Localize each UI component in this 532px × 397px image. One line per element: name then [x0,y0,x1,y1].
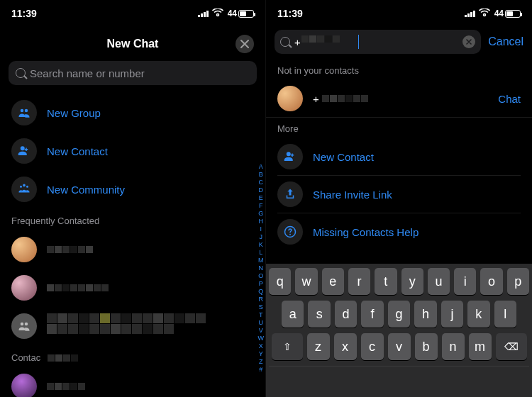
more-share-invite-row[interactable]: Share Invite Link [277,176,521,213]
index-letter[interactable]: U [259,319,264,327]
status-bar: 11:39 44 [266,0,532,21]
index-letter[interactable]: B [259,171,263,179]
clear-search-button[interactable] [462,35,475,48]
index-letter[interactable]: S [259,303,263,311]
index-letter[interactable]: T [259,311,263,319]
svg-rect-2 [204,12,206,17]
key-n[interactable]: n [442,333,465,360]
keyboard-row-3: ⇧zxcvbnm⌫ [269,333,529,360]
search-field[interactable] [275,30,481,54]
alpha-index-strip[interactable]: ABCDEFGHIJKLMNOPQRSTUVWXYZ# [258,163,265,374]
more-missing-help-row[interactable]: Missing Contacts Help [277,213,521,250]
index-letter[interactable]: Y [259,350,263,358]
add-contact-icon [277,144,303,169]
screen-search-number: 11:39 44 Cancel Not in your [266,0,532,397]
index-letter[interactable]: X [259,342,263,350]
index-letter[interactable]: K [259,241,263,249]
key-q[interactable]: q [269,268,291,295]
index-letter[interactable]: D [259,186,264,194]
index-letter[interactable]: Q [258,288,263,296]
index-letter[interactable]: I [260,225,262,233]
contact-name-redacted [47,313,210,334]
avatar [11,374,37,397]
key-w[interactable]: w [295,268,317,295]
index-letter[interactable]: J [260,233,263,241]
key-z[interactable]: z [307,333,330,360]
search-field[interactable] [9,61,257,85]
avatar-group [11,313,37,339]
index-letter[interactable]: H [259,218,264,225]
key-b[interactable]: b [415,333,438,360]
unknown-contact-row[interactable]: + Chat [266,80,532,118]
index-letter[interactable]: C [259,179,264,186]
search-input[interactable] [30,67,250,79]
key-u[interactable]: u [428,268,450,295]
index-letter[interactable]: W [258,335,265,342]
key-i[interactable]: i [454,268,476,295]
contact-row[interactable] [0,230,265,269]
index-letter[interactable]: P [259,280,263,288]
index-letter[interactable]: L [259,249,262,257]
key-t[interactable]: t [375,268,397,295]
index-letter[interactable]: G [258,210,263,218]
key-f[interactable]: f [361,301,383,328]
avatar [11,275,37,301]
more-new-contact-label: New Contact [313,151,374,163]
key-x[interactable]: x [334,333,357,360]
new-community-row[interactable]: New Community [0,170,265,208]
key-m[interactable]: m [469,333,492,360]
key-j[interactable]: j [441,301,463,328]
contact-row[interactable] [0,307,265,345]
group-icon [11,100,37,125]
wifi-icon [212,8,223,19]
contact-row[interactable] [0,367,265,397]
key-s[interactable]: s [308,301,330,328]
new-contact-label: New Contact [47,145,108,157]
status-icons: 44 [198,8,254,19]
status-time: 11:39 [277,8,303,19]
status-time: 11:39 [11,8,37,19]
index-letter[interactable]: E [259,194,263,202]
index-letter[interactable]: R [259,296,264,303]
key-g[interactable]: g [388,301,410,328]
wifi-icon [479,8,490,19]
more-share-invite-label: Share Invite Link [313,189,392,201]
index-letter[interactable]: O [258,272,263,280]
section-not-in-contacts: Not in your contacts [266,60,532,80]
index-letter[interactable]: # [259,366,262,374]
search-icon [16,68,26,78]
key-shift[interactable]: ⇧ [272,333,303,360]
index-letter[interactable]: Z [259,358,263,366]
avatar [11,237,37,262]
new-group-row[interactable]: New Group [0,94,265,132]
more-new-contact-row[interactable]: New Contact [277,138,521,176]
contact-row[interactable] [0,269,265,307]
key-y[interactable]: y [401,268,423,295]
index-letter[interactable]: N [259,264,264,272]
cancel-button[interactable]: Cancel [488,35,523,48]
key-o[interactable]: o [480,268,502,295]
key-h[interactable]: h [414,301,436,328]
chat-button[interactable]: Chat [498,93,521,105]
key-e[interactable]: e [322,268,344,295]
key-c[interactable]: c [361,333,384,360]
key-delete[interactable]: ⌫ [496,333,527,360]
index-letter[interactable]: F [259,202,263,210]
page-title: New Chat [107,38,159,50]
key-p[interactable]: p [507,268,529,295]
key-a[interactable]: a [282,301,304,328]
index-letter[interactable]: M [258,257,264,264]
contact-name-redacted [47,383,104,390]
key-k[interactable]: k [467,301,489,328]
contact-name-redacted [47,246,111,253]
index-letter[interactable]: V [259,327,263,335]
key-l[interactable]: l [494,301,516,328]
key-d[interactable]: d [335,301,357,328]
text-cursor [358,35,359,49]
ios-keyboard[interactable]: qwertyuiop asdfghjkl ⇧zxcvbnm⌫ [266,264,532,397]
key-r[interactable]: r [348,268,370,295]
index-letter[interactable]: A [259,163,263,171]
new-contact-row[interactable]: New Contact [0,132,265,170]
close-button[interactable] [235,35,254,53]
key-v[interactable]: v [388,333,411,360]
